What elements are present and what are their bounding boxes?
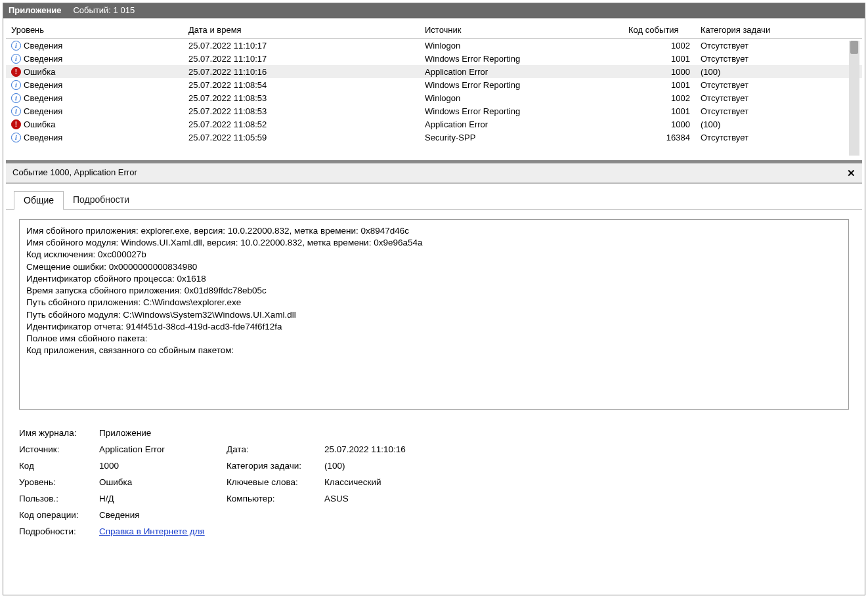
val-date: 25.07.2022 11:10:16 [324, 444, 849, 454]
val-user: Н/Д [99, 494, 224, 503]
cell-level: Сведения [24, 133, 62, 142]
cell-source: Winlogon [420, 91, 623, 104]
cell-level: Сведения [24, 80, 62, 90]
cell-event-id: 16384 [623, 131, 695, 144]
cell-task-category: Отсутствует [695, 104, 862, 117]
cell-task-category: (100) [695, 117, 862, 131]
titlebar: Приложение Событий: 1 015 [3, 3, 865, 18]
cell-event-id: 1002 [623, 91, 695, 104]
lbl-taskcat: Категория задачи: [227, 461, 322, 471]
cell-source: Application Error [420, 117, 623, 131]
error-icon [11, 119, 21, 129]
lbl-log-name: Имя журнала: [19, 428, 97, 438]
col-task-category[interactable]: Категория задачи [695, 21, 862, 39]
error-icon [11, 67, 21, 77]
cell-datetime: 25.07.2022 11:10:17 [183, 52, 420, 65]
val-log-name: Приложение [99, 428, 849, 438]
cell-level: Сведения [24, 54, 62, 64]
lbl-id: Код [19, 461, 97, 471]
cell-source: Winlogon [420, 39, 623, 53]
cell-level: Сведения [24, 106, 62, 116]
val-level: Ошибка [99, 477, 224, 487]
table-row[interactable]: Сведения25.07.2022 11:08:53Windows Error… [6, 104, 862, 117]
val-keywords: Классический [324, 477, 849, 487]
app-title: Приложение [9, 5, 61, 15]
info-icon [11, 106, 21, 116]
lbl-source: Источник: [19, 444, 97, 454]
val-id: 1000 [99, 461, 224, 471]
lbl-computer: Компьютер: [227, 494, 322, 503]
cell-event-id: 1001 [623, 78, 695, 91]
event-body-text[interactable]: Имя сбойного приложения: explorer.exe, в… [19, 219, 849, 410]
col-datetime[interactable]: Дата и время [183, 21, 420, 39]
lbl-moreinfo: Подробности: [19, 526, 97, 536]
cell-event-id: 1002 [623, 39, 695, 53]
cell-datetime: 25.07.2022 11:05:59 [183, 131, 420, 144]
cell-source: Security-SPP [420, 131, 623, 144]
tab-details[interactable]: Подробности [64, 191, 139, 210]
lbl-opcode: Код операции: [19, 510, 97, 520]
cell-level: Ошибка [24, 119, 55, 129]
info-icon [11, 54, 21, 64]
event-count: Событий: 1 015 [73, 5, 135, 15]
cell-task-category: Отсутствует [695, 91, 862, 104]
detail-tabs: Общие Подробности [6, 184, 862, 210]
close-icon[interactable]: ✕ [847, 167, 856, 179]
cell-task-category: Отсутствует [695, 131, 862, 144]
scrollbar[interactable] [849, 41, 859, 156]
val-computer: ASUS [324, 494, 849, 503]
lbl-keywords: Ключевые слова: [227, 477, 322, 487]
col-source[interactable]: Источник [420, 21, 623, 39]
cell-datetime: 25.07.2022 11:10:16 [183, 65, 420, 78]
cell-datetime: 25.07.2022 11:08:53 [183, 104, 420, 117]
table-row[interactable]: Сведения25.07.2022 11:08:53Winlogon1002О… [6, 91, 862, 104]
val-source: Application Error [99, 444, 224, 454]
col-level[interactable]: Уровень [6, 21, 183, 39]
cell-task-category: Отсутствует [695, 78, 862, 91]
table-row[interactable]: Ошибка25.07.2022 11:08:52Application Err… [6, 117, 862, 131]
event-viewer-window: Приложение Событий: 1 015 Уровень Дата и… [3, 3, 865, 595]
cell-datetime: 25.07.2022 11:08:54 [183, 78, 420, 91]
link-help-online[interactable]: Справка в Интернете для [99, 526, 205, 536]
col-event-id[interactable]: Код события [623, 21, 695, 39]
cell-event-id: 1001 [623, 52, 695, 65]
cell-event-id: 1000 [623, 117, 695, 131]
cell-source: Windows Error Reporting [420, 52, 623, 65]
cell-task-category: (100) [695, 65, 862, 78]
cell-task-category: Отсутствует [695, 52, 862, 65]
cell-source: Application Error [420, 65, 623, 78]
cell-task-category: Отсутствует [695, 39, 862, 53]
cell-level: Сведения [24, 93, 62, 103]
detail-titlebar: Событие 1000, Application Error ✕ [6, 164, 862, 184]
scrollbar-thumb[interactable] [850, 41, 858, 54]
cell-event-id: 1001 [623, 104, 695, 117]
cell-datetime: 25.07.2022 11:10:17 [183, 39, 420, 53]
cell-datetime: 25.07.2022 11:08:52 [183, 117, 420, 131]
table-header-row[interactable]: Уровень Дата и время Источник Код событи… [6, 21, 862, 39]
table-row[interactable]: Сведения25.07.2022 11:10:17Windows Error… [6, 52, 862, 65]
info-icon [11, 41, 21, 51]
cell-event-id: 1000 [623, 65, 695, 78]
event-list: Уровень Дата и время Источник Код событи… [6, 21, 862, 163]
event-properties: Имя журнала: Приложение Источник: Applic… [19, 428, 849, 536]
table-row[interactable]: Сведения25.07.2022 11:05:59Security-SPP1… [6, 131, 862, 144]
detail-title-text: Событие 1000, Application Error [12, 167, 137, 179]
lbl-date: Дата: [227, 444, 322, 454]
info-icon [11, 80, 21, 90]
info-icon [11, 93, 21, 103]
info-icon [11, 133, 21, 142]
cell-datetime: 25.07.2022 11:08:53 [183, 91, 420, 104]
cell-source: Windows Error Reporting [420, 78, 623, 91]
tab-general[interactable]: Общие [14, 191, 64, 210]
cell-level: Сведения [24, 41, 62, 51]
events-table: Уровень Дата и время Источник Код событи… [6, 21, 862, 144]
cell-source: Windows Error Reporting [420, 104, 623, 117]
val-taskcat: (100) [324, 461, 849, 471]
lbl-user: Пользов.: [19, 494, 97, 503]
table-row[interactable]: Ошибка25.07.2022 11:10:16Application Err… [6, 65, 862, 78]
table-row[interactable]: Сведения25.07.2022 11:10:17Winlogon1002О… [6, 39, 862, 53]
table-row[interactable]: Сведения25.07.2022 11:08:54Windows Error… [6, 78, 862, 91]
lbl-level: Уровень: [19, 477, 97, 487]
val-opcode: Сведения [99, 510, 849, 520]
event-detail-pane: Событие 1000, Application Error ✕ Общие … [6, 163, 862, 592]
